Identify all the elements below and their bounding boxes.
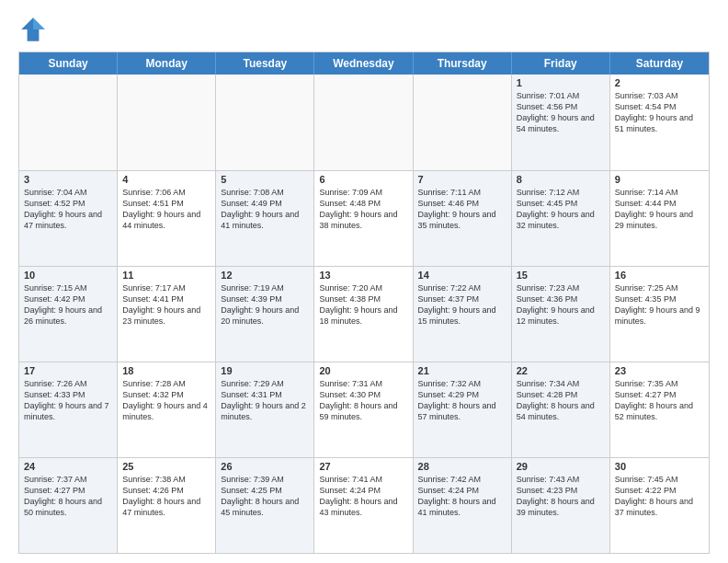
day-info: Sunrise: 7:04 AM Sunset: 4:52 PM Dayligh… — [24, 187, 112, 232]
calendar: SundayMondayTuesdayWednesdayThursdayFrid… — [18, 52, 710, 554]
calendar-row: 3Sunrise: 7:04 AM Sunset: 4:52 PM Daylig… — [19, 170, 709, 266]
day-info: Sunrise: 7:20 AM Sunset: 4:38 PM Dayligh… — [319, 282, 407, 327]
day-info: Sunrise: 7:01 AM Sunset: 4:56 PM Dayligh… — [517, 90, 605, 135]
calendar-cell: 14Sunrise: 7:22 AM Sunset: 4:37 PM Dayli… — [414, 267, 512, 362]
calendar-cell: 21Sunrise: 7:32 AM Sunset: 4:29 PM Dayli… — [414, 362, 512, 457]
day-info: Sunrise: 7:32 AM Sunset: 4:29 PM Dayligh… — [418, 378, 506, 423]
day-number: 23 — [615, 365, 704, 376]
day-info: Sunrise: 7:12 AM Sunset: 4:45 PM Dayligh… — [517, 187, 605, 232]
day-number: 28 — [418, 461, 506, 472]
day-info: Sunrise: 7:26 AM Sunset: 4:33 PM Dayligh… — [24, 378, 112, 423]
calendar-cell: 6Sunrise: 7:09 AM Sunset: 4:48 PM Daylig… — [314, 171, 413, 266]
day-info: Sunrise: 7:34 AM Sunset: 4:28 PM Dayligh… — [517, 378, 605, 423]
calendar-cell: 24Sunrise: 7:37 AM Sunset: 4:27 PM Dayli… — [19, 458, 118, 553]
day-number: 24 — [24, 461, 112, 472]
calendar-cell: 4Sunrise: 7:06 AM Sunset: 4:51 PM Daylig… — [118, 171, 216, 266]
calendar-cell: 28Sunrise: 7:42 AM Sunset: 4:24 PM Dayli… — [414, 458, 512, 553]
day-number: 20 — [319, 365, 407, 376]
day-number: 1 — [517, 77, 605, 88]
calendar-cell: 20Sunrise: 7:31 AM Sunset: 4:30 PM Dayli… — [314, 362, 413, 457]
calendar-cell — [414, 75, 512, 170]
day-number: 30 — [615, 461, 704, 472]
day-info: Sunrise: 7:09 AM Sunset: 4:48 PM Dayligh… — [319, 187, 407, 232]
day-info: Sunrise: 7:14 AM Sunset: 4:44 PM Dayligh… — [615, 187, 704, 232]
day-number: 27 — [319, 461, 407, 472]
day-number: 14 — [418, 270, 506, 281]
weekday-header: Thursday — [414, 52, 512, 75]
day-number: 12 — [221, 270, 309, 281]
calendar-cell: 16Sunrise: 7:25 AM Sunset: 4:35 PM Dayli… — [610, 267, 709, 362]
weekday-header: Friday — [512, 52, 610, 75]
calendar-row: 24Sunrise: 7:37 AM Sunset: 4:27 PM Dayli… — [19, 457, 709, 553]
day-number: 17 — [24, 365, 112, 376]
calendar-body: 1Sunrise: 7:01 AM Sunset: 4:56 PM Daylig… — [19, 75, 709, 553]
day-number: 21 — [418, 365, 506, 376]
day-info: Sunrise: 7:43 AM Sunset: 4:23 PM Dayligh… — [517, 474, 605, 519]
calendar-header: SundayMondayTuesdayWednesdayThursdayFrid… — [19, 52, 709, 75]
weekday-header: Monday — [118, 52, 216, 75]
day-number: 11 — [122, 270, 210, 281]
day-info: Sunrise: 7:11 AM Sunset: 4:46 PM Dayligh… — [418, 187, 506, 232]
day-number: 25 — [122, 461, 210, 472]
calendar-cell — [118, 75, 216, 170]
day-number: 2 — [615, 77, 704, 88]
day-info: Sunrise: 7:22 AM Sunset: 4:37 PM Dayligh… — [418, 282, 506, 327]
day-number: 19 — [221, 365, 309, 376]
calendar-cell: 25Sunrise: 7:38 AM Sunset: 4:26 PM Dayli… — [118, 458, 216, 553]
calendar-cell: 18Sunrise: 7:28 AM Sunset: 4:32 PM Dayli… — [118, 362, 216, 457]
day-number: 16 — [615, 270, 704, 281]
day-number: 10 — [24, 270, 112, 281]
calendar-cell: 19Sunrise: 7:29 AM Sunset: 4:31 PM Dayli… — [216, 362, 314, 457]
calendar-cell: 8Sunrise: 7:12 AM Sunset: 4:45 PM Daylig… — [512, 171, 610, 266]
calendar-cell: 7Sunrise: 7:11 AM Sunset: 4:46 PM Daylig… — [414, 171, 512, 266]
weekday-header: Saturday — [610, 52, 709, 75]
day-number: 7 — [418, 174, 506, 185]
day-info: Sunrise: 7:29 AM Sunset: 4:31 PM Dayligh… — [221, 378, 309, 423]
calendar-cell: 23Sunrise: 7:35 AM Sunset: 4:27 PM Dayli… — [610, 362, 709, 457]
calendar-cell: 12Sunrise: 7:19 AM Sunset: 4:39 PM Dayli… — [216, 267, 314, 362]
day-number: 18 — [122, 365, 210, 376]
day-number: 6 — [319, 174, 407, 185]
weekday-header: Sunday — [19, 52, 118, 75]
calendar-cell — [19, 75, 118, 170]
page: SundayMondayTuesdayWednesdayThursdayFrid… — [0, 0, 728, 563]
day-info: Sunrise: 7:28 AM Sunset: 4:32 PM Dayligh… — [122, 378, 210, 423]
day-number: 8 — [517, 174, 605, 185]
day-number: 4 — [122, 174, 210, 185]
calendar-cell: 5Sunrise: 7:08 AM Sunset: 4:49 PM Daylig… — [216, 171, 314, 266]
day-info: Sunrise: 7:19 AM Sunset: 4:39 PM Dayligh… — [221, 282, 309, 327]
day-info: Sunrise: 7:35 AM Sunset: 4:27 PM Dayligh… — [615, 378, 704, 423]
calendar-cell — [216, 75, 314, 170]
day-info: Sunrise: 7:41 AM Sunset: 4:24 PM Dayligh… — [319, 474, 407, 519]
day-info: Sunrise: 7:03 AM Sunset: 4:54 PM Dayligh… — [615, 90, 704, 135]
day-number: 22 — [517, 365, 605, 376]
calendar-cell: 17Sunrise: 7:26 AM Sunset: 4:33 PM Dayli… — [19, 362, 118, 457]
day-info: Sunrise: 7:38 AM Sunset: 4:26 PM Dayligh… — [122, 474, 210, 519]
day-info: Sunrise: 7:39 AM Sunset: 4:25 PM Dayligh… — [221, 474, 309, 519]
calendar-cell: 29Sunrise: 7:43 AM Sunset: 4:23 PM Dayli… — [512, 458, 610, 553]
calendar-cell: 9Sunrise: 7:14 AM Sunset: 4:44 PM Daylig… — [610, 171, 709, 266]
calendar-cell: 22Sunrise: 7:34 AM Sunset: 4:28 PM Dayli… — [512, 362, 610, 457]
calendar-row: 17Sunrise: 7:26 AM Sunset: 4:33 PM Dayli… — [19, 362, 709, 457]
day-number: 9 — [615, 174, 704, 185]
day-info: Sunrise: 7:42 AM Sunset: 4:24 PM Dayligh… — [418, 474, 506, 519]
day-number: 26 — [221, 461, 309, 472]
calendar-cell: 2Sunrise: 7:03 AM Sunset: 4:54 PM Daylig… — [610, 75, 709, 170]
logo-icon — [18, 15, 48, 44]
day-number: 3 — [24, 174, 112, 185]
calendar-row: 10Sunrise: 7:15 AM Sunset: 4:42 PM Dayli… — [19, 266, 709, 362]
calendar-cell: 15Sunrise: 7:23 AM Sunset: 4:36 PM Dayli… — [512, 267, 610, 362]
calendar-cell: 30Sunrise: 7:45 AM Sunset: 4:22 PM Dayli… — [610, 458, 709, 553]
day-info: Sunrise: 7:45 AM Sunset: 4:22 PM Dayligh… — [615, 474, 704, 519]
calendar-cell: 27Sunrise: 7:41 AM Sunset: 4:24 PM Dayli… — [314, 458, 413, 553]
day-number: 15 — [517, 270, 605, 281]
calendar-row: 1Sunrise: 7:01 AM Sunset: 4:56 PM Daylig… — [19, 75, 709, 170]
day-info: Sunrise: 7:15 AM Sunset: 4:42 PM Dayligh… — [24, 282, 112, 327]
day-info: Sunrise: 7:37 AM Sunset: 4:27 PM Dayligh… — [24, 474, 112, 519]
day-info: Sunrise: 7:23 AM Sunset: 4:36 PM Dayligh… — [517, 282, 605, 327]
header — [18, 15, 710, 44]
day-info: Sunrise: 7:17 AM Sunset: 4:41 PM Dayligh… — [122, 282, 210, 327]
day-info: Sunrise: 7:31 AM Sunset: 4:30 PM Dayligh… — [319, 378, 407, 423]
calendar-cell — [314, 75, 413, 170]
day-info: Sunrise: 7:08 AM Sunset: 4:49 PM Dayligh… — [221, 187, 309, 232]
